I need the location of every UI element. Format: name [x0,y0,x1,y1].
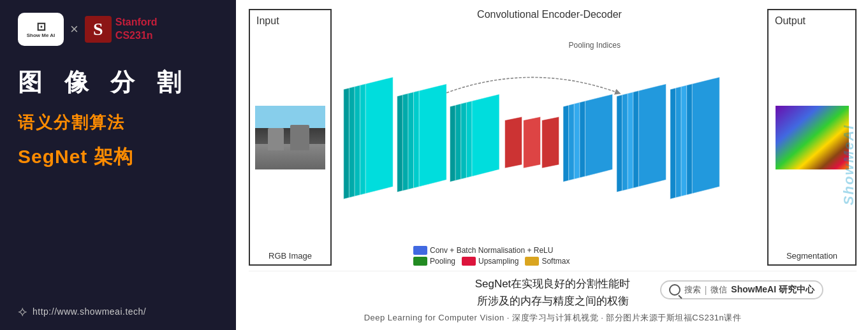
svg-marker-14 [472,94,499,176]
bottleneck-layers [505,117,559,168]
legend-text-pool: Pooling [430,257,455,266]
subtitle-segnet: SegNet 架构 [18,144,218,170]
stanford-s-letter: S [85,16,112,43]
showmeai-logo-text: Show Me AI [27,32,55,38]
search-icon [669,284,680,296]
right-panel: ShowMeAI Input RGB Image Convolutional E… [236,0,868,330]
dec-layer-1 [563,94,612,182]
legend-text-conv: Conv + Batch Normalisation + ReLU [430,246,553,255]
legend-row: Conv + Batch Normalisation + ReLU Poolin… [413,246,570,266]
diagram-area: Input RGB Image Convolutional Encoder-De… [249,9,857,266]
stanford-text: Stanford CS231n [115,16,158,43]
segmentation-image [776,106,849,169]
dec-layer-3 [670,77,719,199]
input-box: Input RGB Image [249,9,332,266]
subtitle-semantic: 语义分割算法 [18,111,218,134]
page-title: 图 像 分 割 [18,66,218,99]
cross-sign: × [70,21,78,38]
legend-text-up: Upsampling [478,257,519,266]
output-label: Output [772,15,805,27]
legend-color-pool [413,257,427,266]
street-image [255,106,325,169]
search-divider: | [705,285,707,295]
network-svg-area: Convolutional Encoder-Decoder Pooling In… [337,9,762,266]
output-box: Output Segmentation [767,9,857,266]
stanford-logo: S Stanford CS231n [85,16,158,43]
encoder-decoder-label: Convolutional Encoder-Decoder [337,9,762,20]
svg-marker-9 [419,84,446,187]
segmentation-label: Segmentation [786,251,837,261]
url-row: ⟡ http://www.showmeai.tech/ [18,303,218,320]
legend-color-soft [525,257,539,266]
legend-text-soft: Softmax [541,257,570,266]
stanford-line1: Stanford [115,16,158,29]
stanford-line2: CS231n [115,29,158,43]
svg-marker-16 [524,117,541,168]
svg-marker-32 [692,77,719,194]
svg-marker-17 [542,117,559,168]
wechat-label: 微信 [710,284,727,296]
enc-layer-1 [344,77,393,199]
network-diagram [337,23,762,266]
svg-marker-27 [638,84,666,187]
input-label: Input [254,15,279,27]
legend-item-pool: Pooling Upsampling Softmax [413,257,570,266]
search-text: 搜索 [684,284,701,296]
search-brand: ShowMeAI 研究中心 [731,284,814,296]
url-text: http://www.showmeai.tech/ [33,306,146,317]
search-box[interactable]: 搜索 | 微信 ShowMeAI 研究中心 [660,280,823,299]
footer-text: Deep Learning for Computer Vision · 深度学习… [249,312,857,324]
link-icon: ⟡ [18,303,27,320]
svg-marker-15 [505,117,522,168]
legend-item-conv: Conv + Batch Normalisation + ReLU [413,246,570,255]
legend-color-up [462,257,476,266]
left-panel: ⊡ Show Me AI × S Stanford CS231n 图 像 分 割… [0,0,236,330]
legend-color-conv [413,246,427,255]
rgb-label: RGB Image [268,251,312,261]
showmeai-logo: ⊡ Show Me AI [18,13,64,46]
pooling-indices-label: Pooling Indices [569,41,621,50]
dec-layer-2 [617,84,666,192]
enc-layer-3 [450,94,499,182]
logo-row: ⊡ Show Me AI × S Stanford CS231n [18,13,218,46]
svg-marker-22 [585,94,612,176]
enc-layer-2 [397,84,446,192]
svg-marker-4 [365,77,393,194]
monitor-icon: ⊡ [36,21,46,32]
